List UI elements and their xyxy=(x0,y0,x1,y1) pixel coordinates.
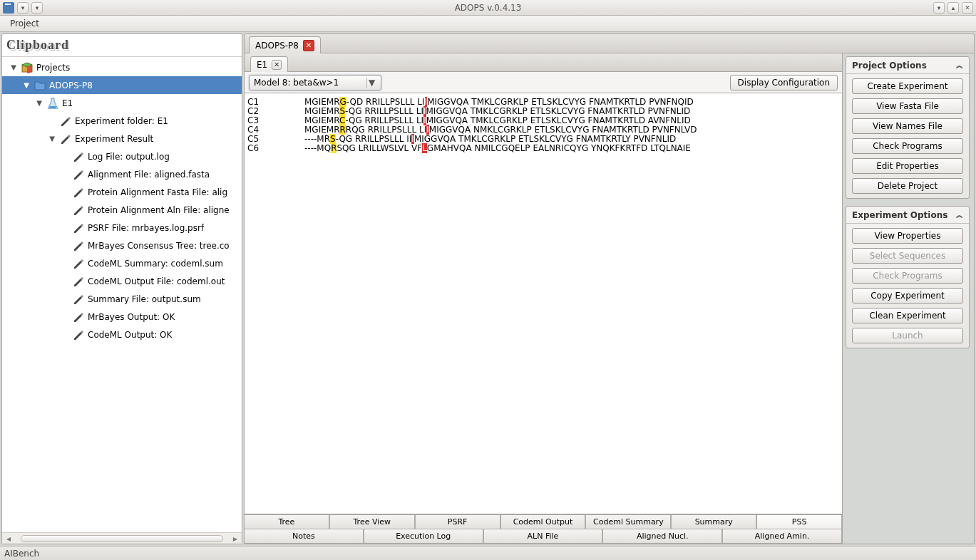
tree-project[interactable]: ▼ ADOPS-P8 xyxy=(2,76,242,94)
alignment-row: C6----MQRSQG LRILLWSLVL VFLGMAHVQA NMILC… xyxy=(247,144,839,153)
file-icon xyxy=(72,204,85,217)
panel-header[interactable]: Project Options ︽ xyxy=(846,57,969,74)
max-icon[interactable]: ▴ xyxy=(947,2,959,14)
tree-result-item[interactable]: CodeML Output File: codeml.out xyxy=(2,272,242,290)
experiment-option-button: Select Sequences xyxy=(852,248,963,264)
chevron-down-icon[interactable]: ▼ xyxy=(48,135,56,142)
alignment-view: C1MGIEMRG-QD RRILLPSLLL LIIMIGGVQA TMKLC… xyxy=(245,93,842,514)
window-titlebar: ▾ ▾ ADOPS v.0.4.13 ▾ ▴ ✕ xyxy=(0,0,976,16)
tree-result-item[interactable]: Summary File: output.sum xyxy=(2,290,242,308)
tab-close-icon[interactable]: ✕ xyxy=(272,60,282,70)
chevron-down-icon[interactable]: ▼ xyxy=(9,63,18,71)
titlebar-menu-down-2[interactable]: ▾ xyxy=(31,2,43,14)
menu-project[interactable]: Project xyxy=(6,17,43,30)
sidebar-header: Clipboard xyxy=(2,34,242,57)
tree-label: Summary File: output.sum xyxy=(88,294,201,304)
tree-result-item[interactable]: Log File: output.log xyxy=(2,147,242,165)
flask-icon xyxy=(46,97,59,110)
tab-close-icon[interactable]: ✕ xyxy=(303,40,314,51)
app-icon xyxy=(3,2,14,14)
inner-tab[interactable]: E1 ✕ xyxy=(250,56,288,72)
file-icon xyxy=(72,222,85,234)
file-icon xyxy=(72,186,85,199)
tree-result-item[interactable]: CodeML Output: OK xyxy=(2,326,242,343)
tree-label: Protein Alignment Fasta File: alig xyxy=(88,187,227,197)
tree-experiment-label: E1 xyxy=(62,98,73,108)
min-icon[interactable]: ▾ xyxy=(933,2,945,14)
bottom-tab[interactable]: Codeml Summary xyxy=(585,515,671,529)
chevron-down-icon[interactable]: ▼ xyxy=(35,99,43,107)
sidebar-scrollbar[interactable]: ◂ ▸ xyxy=(2,532,242,544)
panel-title: Experiment Options xyxy=(852,210,947,220)
tree-label: MrBayes Consensus Tree: tree.co xyxy=(88,241,230,251)
tree-result-item[interactable]: Alignment File: aligned.fasta xyxy=(2,165,242,183)
bottom-tab[interactable]: Tree View xyxy=(329,515,415,529)
display-config-button[interactable]: Display Configuration xyxy=(730,75,838,90)
model-select[interactable]: Model 8: beta&w>1 ▼ xyxy=(249,75,381,90)
bottom-tab[interactable]: Tree xyxy=(245,515,329,529)
chevron-down-icon[interactable]: ▼ xyxy=(22,81,31,89)
project-option-button[interactable]: View Names File xyxy=(852,118,963,134)
folder-icon xyxy=(34,79,46,92)
tree-label: Alignment File: aligned.fasta xyxy=(88,170,210,180)
tree-label: Log File: output.log xyxy=(88,152,170,162)
outer-tab-label: ADOPS-P8 xyxy=(255,41,299,51)
experiment-option-button: Check Programs xyxy=(852,268,963,284)
bottom-tab[interactable]: ALN File xyxy=(483,529,603,544)
statusbar: AIBench xyxy=(0,546,976,560)
tree-exp-result[interactable]: ▼ Experiment Result xyxy=(2,130,242,147)
tree-label: CodeML Output: OK xyxy=(88,330,172,340)
bottom-tab[interactable]: Notes xyxy=(245,529,364,544)
chevron-up-icon: ︽ xyxy=(956,210,963,220)
window-title: ADOPS v.0.4.13 xyxy=(43,3,933,13)
tree-label: CodeML Summary: codeml.sum xyxy=(88,259,223,269)
project-option-button[interactable]: Check Programs xyxy=(852,138,963,154)
tree-exp-folder[interactable]: Experiment folder: E1 xyxy=(2,112,242,130)
tree-result-item[interactable]: Protein Alignment Fasta File: alig xyxy=(2,183,242,201)
clipboard-logo: Clipboard xyxy=(6,38,69,53)
bottom-tab[interactable]: Aligned Nucl. xyxy=(602,529,722,544)
experiment-option-button[interactable]: Clean Experiment xyxy=(852,308,963,323)
tree-label: Protein Alignment Aln File: aligne xyxy=(88,205,230,215)
project-option-button[interactable]: View Fasta File xyxy=(852,98,963,114)
bottom-tab[interactable]: Codeml Output xyxy=(500,515,586,529)
tree-result-item[interactable]: MrBayes Output: OK xyxy=(2,308,242,326)
inner-tabbar: E1 ✕ xyxy=(245,53,842,72)
scroll-thumb[interactable] xyxy=(21,535,223,542)
project-option-button[interactable]: Delete Project xyxy=(852,178,963,194)
file-icon xyxy=(72,150,85,163)
panel-title: Project Options xyxy=(852,61,927,71)
close-icon[interactable]: ✕ xyxy=(962,2,973,14)
tree-project-label: ADOPS-P8 xyxy=(49,81,93,90)
tree-result-item[interactable]: Protein Alignment Aln File: aligne xyxy=(2,201,242,219)
tree-label: PSRF File: mrbayes.log.psrf xyxy=(88,223,204,233)
panel-header[interactable]: Experiment Options ︽ xyxy=(846,207,969,224)
titlebar-menu-down-1[interactable]: ▾ xyxy=(17,2,29,14)
chevron-down-icon: ▼ xyxy=(366,78,376,88)
experiment-options-panel: Experiment Options ︽ View PropertiesSele… xyxy=(846,206,970,348)
scroll-left-icon[interactable]: ◂ xyxy=(5,534,12,544)
status-text: AIBench xyxy=(4,549,39,559)
outer-tab[interactable]: ADOPS-P8 ✕ xyxy=(249,36,321,53)
file-icon xyxy=(72,239,85,252)
tree-result-item[interactable]: MrBayes Consensus Tree: tree.co xyxy=(2,237,242,254)
tree-result-item[interactable]: CodeML Summary: codeml.sum xyxy=(2,254,242,272)
bottom-tab[interactable]: Aligned Amin. xyxy=(722,529,842,544)
bottom-tab[interactable]: Execution Log xyxy=(364,529,483,544)
model-select-value: Model 8: beta&w>1 xyxy=(254,78,339,88)
project-option-button[interactable]: Create Experiment xyxy=(852,78,963,94)
tree-result-item[interactable]: PSRF File: mrbayes.log.psrf xyxy=(2,219,242,237)
project-tree: ▼ Projects ▼ ADOPS-P8 ▼ E1 Experiment fo… xyxy=(2,57,242,532)
chevron-up-icon: ︽ xyxy=(956,61,963,71)
package-icon xyxy=(21,61,34,74)
tree-root[interactable]: ▼ Projects xyxy=(2,58,242,76)
project-option-button[interactable]: Edit Properties xyxy=(852,158,963,174)
tree-experiment[interactable]: ▼ E1 xyxy=(2,94,242,112)
scroll-right-icon[interactable]: ▸ xyxy=(232,534,239,544)
bottom-tab[interactable]: PSRF xyxy=(415,515,500,529)
experiment-option-button[interactable]: View Properties xyxy=(852,228,963,244)
bottom-tab[interactable]: PSS xyxy=(756,515,842,529)
experiment-option-button[interactable]: Copy Experiment xyxy=(852,288,963,304)
bottom-tab[interactable]: Summary xyxy=(671,515,756,529)
project-options-panel: Project Options ︽ Create ExperimentView … xyxy=(846,56,970,199)
